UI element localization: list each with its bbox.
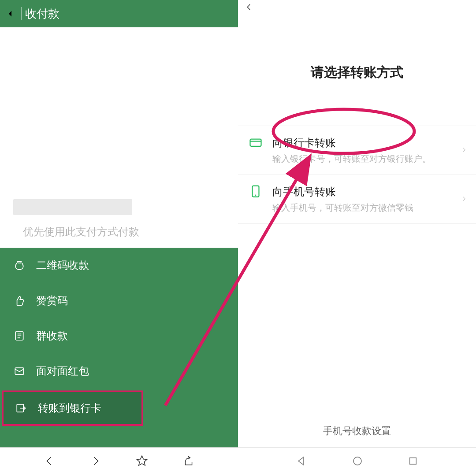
- svg-point-6: [353, 457, 361, 465]
- pouch-icon: [12, 258, 26, 272]
- card-icon: [247, 136, 264, 153]
- phone-icon: [247, 185, 264, 202]
- share-icon[interactable]: [183, 455, 194, 469]
- payment-hint: 优先使用此支付方式付款: [23, 225, 238, 239]
- menu-label: 二维码收款: [36, 258, 89, 272]
- svg-rect-1: [15, 368, 24, 374]
- left-screen: 收付款 优先使用此支付方式付款 二维码收款 赞赏码: [0, 0, 238, 447]
- option-label: 向银行卡转账: [272, 136, 467, 150]
- option-phone[interactable]: 向手机号转账 输入手机号，可转账至对方微信零钱: [238, 175, 476, 224]
- menu-qr-collect[interactable]: 二维码收款: [0, 248, 238, 283]
- back-chevron-icon[interactable]: [245, 1, 253, 15]
- system-nav-bar: [0, 447, 476, 476]
- chevron-right-icon: [461, 147, 468, 154]
- left-header: 收付款: [0, 0, 238, 27]
- android-nav: [238, 456, 476, 468]
- android-recent-icon[interactable]: [408, 456, 418, 468]
- chevron-right-icon: [461, 196, 468, 203]
- option-desc: 输入银行卡号，可转账至对方银行账户。: [272, 152, 467, 165]
- header-divider: [21, 7, 22, 20]
- back-button[interactable]: [4, 9, 19, 19]
- left-content: 优先使用此支付方式付款: [0, 27, 238, 248]
- phone-collect-settings[interactable]: 手机号收款设置: [238, 424, 476, 447]
- payment-menu: 二维码收款 赞赏码 群收款 面对面红包: [0, 248, 238, 447]
- nav-back-icon[interactable]: [44, 455, 55, 469]
- svg-rect-7: [410, 458, 416, 465]
- right-top-bar: [238, 0, 476, 16]
- thumbs-up-icon: [12, 294, 26, 308]
- menu-label: 群收款: [36, 329, 68, 343]
- menu-reward-code[interactable]: 赞赏码: [0, 283, 238, 318]
- payment-method-placeholder[interactable]: [13, 199, 132, 215]
- menu-group-collect[interactable]: 群收款: [0, 318, 238, 353]
- browser-actions: [0, 455, 238, 469]
- menu-transfer-bank-highlighted[interactable]: 转账到银行卡: [2, 390, 143, 426]
- option-label: 向手机号转账: [272, 185, 467, 199]
- right-screen: 请选择转账方式 向银行卡转账 输入银行卡号，可转账至对方银行账户。: [238, 0, 476, 447]
- option-bank-card[interactable]: 向银行卡转账 输入银行卡号，可转账至对方银行账户。: [238, 126, 476, 175]
- transfer-out-icon: [14, 401, 28, 415]
- receipt-icon: [12, 329, 26, 343]
- menu-label: 转账到银行卡: [38, 401, 101, 415]
- left-header-title: 收付款: [25, 6, 60, 22]
- option-desc: 输入手机号，可转账至对方微信零钱: [272, 201, 467, 214]
- right-title: 请选择转账方式: [238, 63, 476, 82]
- star-icon[interactable]: [136, 455, 148, 469]
- menu-face-redpacket[interactable]: 面对面红包: [0, 353, 238, 389]
- envelope-icon: [12, 364, 26, 378]
- android-back-icon[interactable]: [296, 456, 307, 468]
- menu-label: 赞赏码: [36, 294, 68, 308]
- android-home-icon[interactable]: [352, 456, 363, 468]
- transfer-options: 向银行卡转账 输入银行卡号，可转账至对方银行账户。 向手机号转账 输入手机号，可…: [238, 126, 476, 224]
- menu-label: 面对面红包: [36, 364, 89, 378]
- svg-rect-3: [250, 139, 261, 146]
- nav-forward-icon[interactable]: [90, 455, 101, 469]
